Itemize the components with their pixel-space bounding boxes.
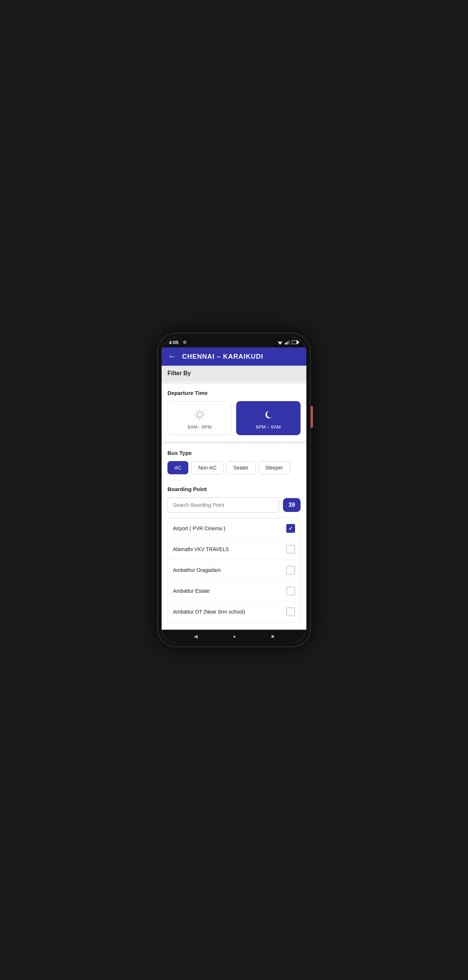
bus-type-nonac[interactable]: Non-AC: [191, 461, 223, 474]
svg-rect-8: [298, 342, 299, 344]
bus-type-sleeper[interactable]: Sleeper: [258, 461, 290, 474]
svg-point-10: [197, 412, 202, 417]
signal-icon: [285, 340, 290, 344]
status-bar: 4:05 ⚙: [162, 337, 306, 347]
back-button[interactable]: ←: [168, 353, 176, 361]
wifi-icon: [277, 340, 283, 344]
boarding-item-label: Ambattur OT (Near Srm school): [173, 609, 245, 615]
content-area: Filter By Departure Time: [162, 366, 306, 630]
svg-rect-3: [285, 343, 286, 344]
svg-line-15: [196, 411, 197, 412]
boarding-item-label: Airport ( PVR Cinema ): [173, 525, 225, 531]
nav-back-icon[interactable]: ◀: [194, 633, 198, 639]
svg-rect-6: [289, 340, 290, 344]
night-time-card[interactable]: 6PM – 6AM: [236, 401, 301, 435]
phone-nav-bar: ◀ ● ■: [162, 630, 306, 643]
boarding-item-label: Alamathi VKV TRAVELS: [173, 546, 229, 552]
gear-icon: ⚙: [183, 340, 187, 345]
app-header: ← CHENNAI – KARAIKUDI: [162, 347, 306, 366]
boarding-checkbox-ambattur-estate[interactable]: [286, 587, 295, 595]
page-title: CHENNAI – KARAIKUDI: [182, 353, 263, 361]
boarding-checkbox-ambathur-oragadam[interactable]: [286, 566, 295, 574]
boarding-item-alamathi[interactable]: Alamathi VKV TRAVELS: [168, 539, 300, 560]
svg-line-18: [202, 411, 203, 412]
side-button: [311, 406, 313, 428]
night-time-label: 6PM – 6AM: [256, 424, 281, 430]
boarding-count-badge: 39: [283, 498, 301, 512]
boarding-item-airport[interactable]: Airport ( PVR Cinema ): [168, 518, 300, 539]
status-icons: [277, 340, 299, 344]
boarding-point-section: Boarding Point 39 Airport ( PVR Cinema )…: [162, 480, 306, 628]
bus-type-seater[interactable]: Seater: [226, 461, 255, 474]
boarding-point-title: Boarding Point: [167, 486, 301, 492]
sun-icon: [193, 408, 206, 421]
departure-time-section: Departure Time: [162, 384, 306, 441]
boarding-checkbox-alamathi[interactable]: [286, 545, 295, 554]
boarding-point-list: Airport ( PVR Cinema ) Alamathi VKV TRAV…: [167, 518, 301, 622]
departure-time-title: Departure Time: [167, 390, 301, 396]
svg-rect-4: [286, 342, 287, 344]
filter-by-label: Filter By: [167, 370, 191, 376]
battery-icon: [292, 340, 299, 344]
svg-line-17: [196, 417, 197, 418]
boarding-item-ambathur-oragadam[interactable]: Ambathur Oragadam: [168, 560, 300, 581]
nav-home-icon[interactable]: ●: [233, 633, 236, 639]
boarding-item-label: Ambattur Estate: [173, 588, 210, 594]
search-row: 39: [167, 497, 301, 513]
nav-recents-icon[interactable]: ■: [271, 633, 274, 639]
day-time-label: 6AM - 6PM: [188, 424, 211, 430]
day-time-card[interactable]: 6AM - 6PM: [167, 401, 232, 435]
bus-type-ac[interactable]: AC: [167, 461, 188, 474]
svg-rect-9: [292, 341, 296, 344]
status-time: 4:05: [169, 340, 178, 345]
bus-type-options: AC Non-AC Seater Sleeper: [167, 461, 301, 474]
svg-rect-5: [288, 341, 289, 344]
bus-type-section: Bus Type AC Non-AC Seater Sleeper: [162, 444, 306, 480]
boarding-checkbox-airport[interactable]: [286, 524, 295, 533]
bus-type-title: Bus Type: [167, 450, 301, 456]
boarding-item-ambattur-estate[interactable]: Ambattur Estate: [168, 581, 300, 601]
boarding-item-ambattur-ot[interactable]: Ambattur OT (Near Srm school): [168, 601, 300, 622]
boarding-checkbox-ambattur-ot[interactable]: [286, 608, 295, 616]
time-cards: 6AM - 6PM 6PM – 6AM: [167, 401, 301, 435]
svg-line-16: [202, 417, 203, 418]
filter-by-bar: Filter By: [162, 366, 306, 381]
boarding-item-label: Ambathur Oragadam: [173, 567, 221, 573]
search-boarding-input[interactable]: [167, 497, 279, 513]
moon-icon: [262, 408, 275, 421]
